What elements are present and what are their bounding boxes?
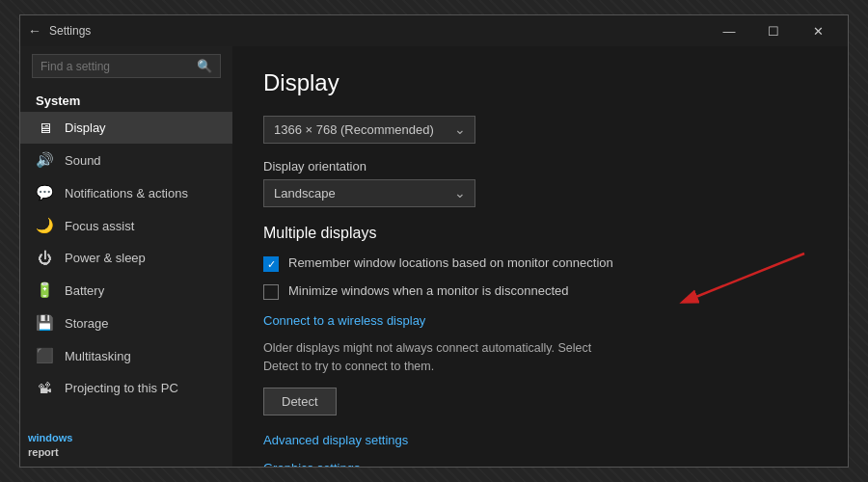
info-text: Older displays might not always connect … xyxy=(263,339,610,376)
sidebar-item-label: Battery xyxy=(65,283,104,298)
resolution-select[interactable]: 1366 × 768 (Recommended) 1280 × 720 1024… xyxy=(263,116,475,144)
sidebar-item-label: Sound xyxy=(65,153,101,168)
sidebar-item-display[interactable]: 🖥 Display xyxy=(20,112,232,144)
display-icon: 🖥 xyxy=(36,120,53,136)
checkbox-remember-label: Remember window locations based on monit… xyxy=(288,255,613,270)
sidebar-item-battery[interactable]: 🔋 Battery xyxy=(20,274,232,307)
close-button[interactable]: ✕ xyxy=(796,15,840,46)
sidebar-item-notifications[interactable]: 💬 Notifications & actions xyxy=(20,176,232,209)
orientation-row: Landscape Portrait Landscape (flipped) P… xyxy=(263,179,817,207)
title-bar: ← Settings — ☐ ✕ xyxy=(20,15,848,46)
sidebar-item-label: Multitasking xyxy=(65,349,131,363)
content-area: 🔍 System 🖥 Display 🔊 Sound 💬 Notificatio… xyxy=(20,46,848,467)
main-panel: Display 1366 × 768 (Recommended) 1280 × … xyxy=(232,46,848,467)
window-title: Settings xyxy=(49,24,91,38)
sidebar-item-label: Projecting to this PC xyxy=(65,381,178,395)
power-icon: ⏻ xyxy=(36,250,53,266)
minimize-button[interactable]: — xyxy=(707,15,751,46)
focus-icon: 🌙 xyxy=(36,217,53,234)
sidebar-item-focus[interactable]: 🌙 Focus assist xyxy=(20,209,232,242)
checkbox-minimize-label: Minimize windows when a monitor is disco… xyxy=(288,283,568,298)
sidebar-item-storage[interactable]: 💾 Storage xyxy=(20,307,232,339)
sidebar-item-sound[interactable]: 🔊 Sound xyxy=(20,144,232,176)
graphics-settings-link[interactable]: Graphics settings xyxy=(263,461,360,468)
sidebar-item-multitasking[interactable]: ⬛ Multitasking xyxy=(20,339,232,372)
notifications-icon: 💬 xyxy=(36,184,53,201)
battery-icon: 🔋 xyxy=(36,281,53,299)
checkbox-minimize-row: Minimize windows when a monitor is disco… xyxy=(263,283,817,300)
search-input[interactable] xyxy=(41,60,191,73)
search-box[interactable]: 🔍 xyxy=(32,54,221,78)
watermark-line2: report xyxy=(28,446,59,458)
system-label: System xyxy=(20,86,232,112)
resolution-row: 1366 × 768 (Recommended) 1280 × 720 1024… xyxy=(263,116,817,144)
multiple-displays-heading: Multiple displays xyxy=(263,225,817,242)
sidebar-item-label: Focus assist xyxy=(65,219,134,233)
search-icon: 🔍 xyxy=(197,59,212,73)
watermark: windows report xyxy=(28,431,72,459)
maximize-button[interactable]: ☐ xyxy=(751,15,796,46)
back-button[interactable]: ← xyxy=(28,23,41,39)
sound-icon: 🔊 xyxy=(36,151,53,169)
storage-icon: 💾 xyxy=(36,314,53,332)
advanced-display-link[interactable]: Advanced display settings xyxy=(263,433,408,447)
checkbox-remember[interactable]: ✓ xyxy=(263,256,279,272)
projecting-icon: 📽 xyxy=(36,380,53,396)
sidebar-item-projecting[interactable]: 📽 Projecting to this PC xyxy=(20,372,232,404)
sidebar-item-label: Power & sleep xyxy=(65,251,146,265)
settings-window: ← Settings — ☐ ✕ 🔍 System 🖥 Display xyxy=(19,14,849,468)
checkbox-remember-row: ✓ Remember window locations based on mon… xyxy=(263,255,817,272)
multitasking-icon: ⬛ xyxy=(36,347,53,364)
sidebar-item-label: Storage xyxy=(65,316,109,331)
orientation-select[interactable]: Landscape Portrait Landscape (flipped) P… xyxy=(263,179,475,207)
watermark-line1: windows xyxy=(28,432,72,443)
page-title: Display xyxy=(263,69,817,96)
sidebar: 🔍 System 🖥 Display 🔊 Sound 💬 Notificatio… xyxy=(20,46,232,467)
orientation-label: Display orientation xyxy=(263,159,817,174)
wireless-display-link[interactable]: Connect to a wireless display xyxy=(263,313,425,328)
checkbox-minimize[interactable] xyxy=(263,284,279,300)
sidebar-item-power[interactable]: ⏻ Power & sleep xyxy=(20,242,232,274)
sidebar-item-label: Display xyxy=(65,120,106,135)
sidebar-item-label: Notifications & actions xyxy=(65,186,188,201)
detect-button[interactable]: Detect xyxy=(263,388,337,415)
window-controls: — ☐ ✕ xyxy=(707,15,840,46)
